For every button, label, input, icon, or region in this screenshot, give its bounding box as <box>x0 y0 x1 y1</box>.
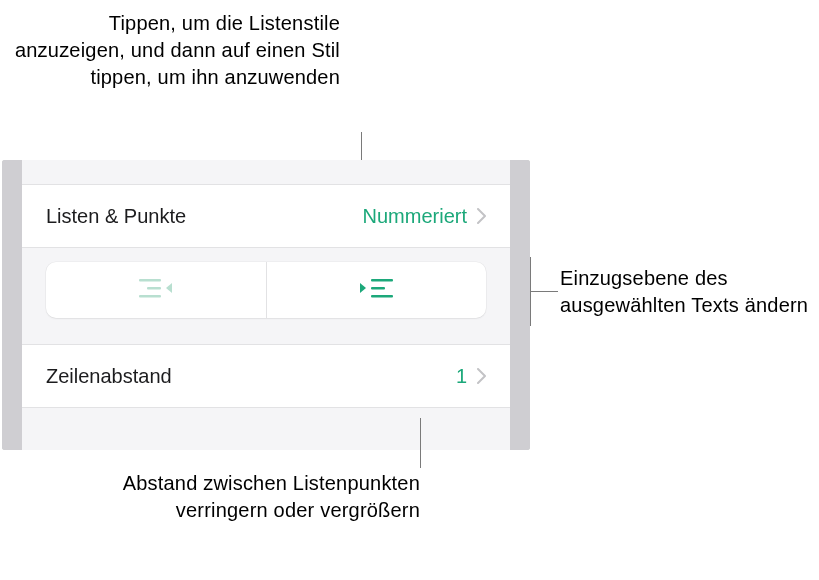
svg-rect-0 <box>139 279 161 282</box>
lists-and-bullets-label: Listen & Punkte <box>46 205 186 228</box>
indent-button[interactable] <box>267 262 487 318</box>
callout-bracket-line <box>530 257 531 292</box>
callout-leader-line <box>530 291 558 292</box>
svg-rect-5 <box>371 295 393 298</box>
line-spacing-label: Zeilenabstand <box>46 365 172 388</box>
svg-rect-1 <box>147 287 161 290</box>
callout-indent-level: Einzugsebene des ausgewählten Texts ände… <box>560 265 810 319</box>
chevron-right-icon <box>477 368 486 384</box>
lists-and-bullets-row[interactable]: Listen & Punkte Nummeriert <box>22 184 510 248</box>
lists-and-bullets-value: Nummeriert <box>363 205 467 228</box>
svg-rect-4 <box>371 287 385 290</box>
outdent-button[interactable] <box>46 262 266 318</box>
indent-icon <box>359 276 393 304</box>
callout-leader-line <box>420 418 421 468</box>
indent-segmented-control <box>46 262 486 318</box>
callout-spacing: Abstand zwischen Listenpunkten verringer… <box>100 470 420 524</box>
svg-rect-2 <box>139 295 161 298</box>
callout-list-styles: Tippen, um die Listenstile anzuzeigen, u… <box>10 10 340 91</box>
format-panel: Listen & Punkte Nummeriert <box>2 160 530 450</box>
outdent-icon <box>139 276 173 304</box>
line-spacing-row[interactable]: Zeilenabstand 1 <box>22 344 510 408</box>
svg-rect-3 <box>371 279 393 282</box>
section-gap <box>22 332 510 344</box>
line-spacing-value: 1 <box>456 365 467 388</box>
callout-bracket-line <box>530 291 531 326</box>
format-panel-content: Listen & Punkte Nummeriert <box>22 160 510 450</box>
chevron-right-icon <box>477 208 486 224</box>
